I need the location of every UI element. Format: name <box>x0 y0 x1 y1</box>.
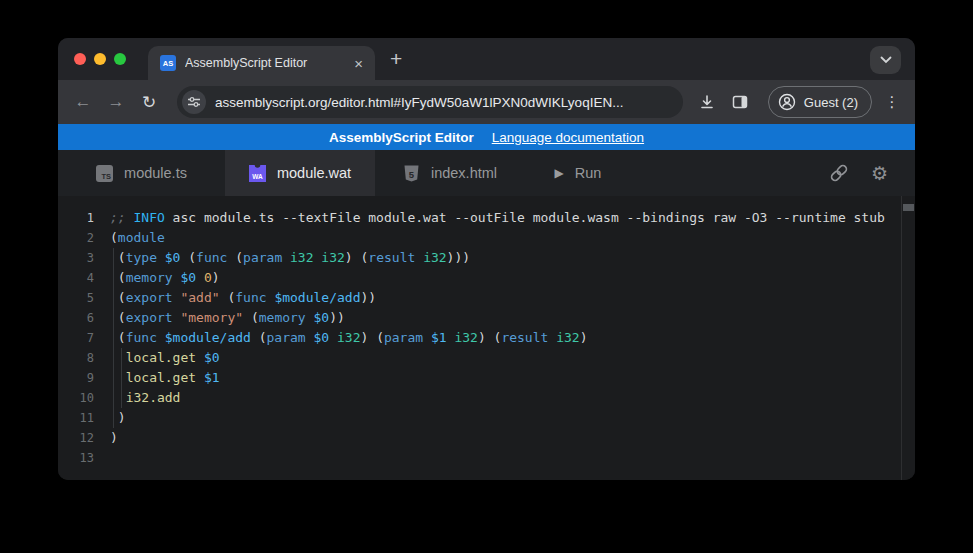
settings-gear-icon[interactable]: ⚙ <box>871 164 888 183</box>
back-icon[interactable]: ← <box>70 92 96 112</box>
code-text: ) <box>110 428 118 448</box>
line-number: 6 <box>58 308 94 328</box>
browser-tab-strip: AS AssemblyScript Editor × + <box>58 38 915 80</box>
line-number: 11 <box>58 408 94 428</box>
editor-tab-label: module.ts <box>124 165 187 181</box>
desktop-background: AS AssemblyScript Editor × + ← → ↻ <box>0 0 973 553</box>
line-number: 2 <box>58 228 94 248</box>
download-icon[interactable] <box>698 93 724 111</box>
url-text: assemblyscript.org/editor.html#IyFydW50a… <box>215 95 623 110</box>
line-number: 7 <box>58 328 94 348</box>
forward-icon[interactable]: → <box>103 92 129 112</box>
line-number: 1 <box>58 208 94 228</box>
window-controls <box>74 53 126 65</box>
tab-close-icon[interactable]: × <box>352 54 365 73</box>
line-number: 4 <box>58 268 94 288</box>
line-number: 8 <box>58 348 94 368</box>
profile-button[interactable]: Guest (2) <box>768 86 872 118</box>
run-button[interactable]: ▶ Run <box>525 150 631 196</box>
editor-tab-module-wat[interactable]: WA module.wat <box>225 150 375 196</box>
code-line[interactable]: 3 (type $0 (func (param i32 i32) (result… <box>58 248 915 268</box>
banner-title: AssemblyScript Editor <box>329 130 474 145</box>
run-label: Run <box>575 165 602 181</box>
code-line[interactable]: 13 <box>58 448 915 468</box>
chevron-down-icon <box>880 56 892 64</box>
person-icon <box>778 93 796 111</box>
indent-guide <box>121 348 122 408</box>
browser-tab-title: AssemblyScript Editor <box>185 56 352 70</box>
browser-menu-icon[interactable]: ⋮ <box>883 93 901 111</box>
code-text: (export "memory" (memory $0)) <box>110 308 345 328</box>
language-documentation-link[interactable]: Language documentation <box>492 130 644 145</box>
profile-label: Guest (2) <box>804 95 858 110</box>
line-number: 13 <box>58 448 94 468</box>
line-number: 5 <box>58 288 94 308</box>
code-line[interactable]: 11 ) <box>58 408 915 428</box>
assemblyscript-favicon-icon: AS <box>160 55 176 71</box>
code-line[interactable]: 4 (memory $0 0) <box>58 268 915 288</box>
new-tab-button[interactable]: + <box>390 48 402 70</box>
play-icon: ▶ <box>555 166 564 180</box>
browser-tab[interactable]: AS AssemblyScript Editor × <box>148 46 375 80</box>
editor-tab-module-ts[interactable]: TS module.ts <box>58 150 225 196</box>
editor-tab-label: module.wat <box>277 165 351 181</box>
scrollbar-thumb[interactable] <box>903 204 914 211</box>
line-number: 10 <box>58 388 94 408</box>
code-text: (func $module/add (param $0 i32) (param … <box>110 328 588 348</box>
zoom-window-button[interactable] <box>114 53 126 65</box>
code-text: local.get $1 <box>110 368 220 388</box>
html5-file-icon: 5 <box>403 165 420 182</box>
indent-guide <box>113 248 114 428</box>
share-link-icon[interactable] <box>828 162 850 184</box>
line-number: 3 <box>58 248 94 268</box>
webassembly-file-icon: WA <box>249 165 266 182</box>
close-window-button[interactable] <box>74 53 86 65</box>
typescript-file-icon: TS <box>96 165 113 182</box>
code-text: (memory $0 0) <box>110 268 220 288</box>
code-line[interactable]: 6 (export "memory" (memory $0)) <box>58 308 915 328</box>
browser-window: AS AssemblyScript Editor × + ← → ↻ <box>58 38 915 480</box>
site-banner: AssemblyScript Editor Language documenta… <box>58 124 915 150</box>
code-line[interactable]: 7 (func $module/add (param $0 i32) (para… <box>58 328 915 348</box>
editor-tab-label: index.html <box>431 165 497 181</box>
code-lines: 1;; INFO asc module.ts --textFile module… <box>58 196 915 468</box>
code-line[interactable]: 12) <box>58 428 915 448</box>
code-text: local.get $0 <box>110 348 220 368</box>
minimize-window-button[interactable] <box>94 53 106 65</box>
code-line[interactable]: 9 local.get $1 <box>58 368 915 388</box>
reload-icon[interactable]: ↻ <box>136 92 162 113</box>
svg-text:WA: WA <box>252 173 263 180</box>
code-text: (export "add" (func $module/add)) <box>110 288 376 308</box>
code-text: (module <box>110 228 165 248</box>
line-number: 12 <box>58 428 94 448</box>
code-line[interactable]: 5 (export "add" (func $module/add)) <box>58 288 915 308</box>
code-line[interactable]: 10 i32.add <box>58 388 915 408</box>
site-settings-icon[interactable] <box>182 90 206 114</box>
editor-tab-bar: TS module.ts WA module.wat 5 index.html … <box>58 150 915 196</box>
browser-toolbar: ← → ↻ assemblyscript.org/editor.html#IyF… <box>58 80 915 124</box>
editor-tab-index-html[interactable]: 5 index.html <box>375 150 525 196</box>
editor-scrollbar[interactable] <box>901 196 915 480</box>
line-number: 9 <box>58 368 94 388</box>
code-line[interactable]: 8 local.get $0 <box>58 348 915 368</box>
code-text: ;; INFO asc module.ts --textFile module.… <box>110 208 885 228</box>
side-panel-icon[interactable] <box>731 93 757 111</box>
code-text: (type $0 (func (param i32 i32) (result i… <box>110 248 470 268</box>
code-line[interactable]: 2(module <box>58 228 915 248</box>
code-line[interactable]: 1;; INFO asc module.ts --textFile module… <box>58 208 915 228</box>
address-bar[interactable]: assemblyscript.org/editor.html#IyFydW50a… <box>177 86 683 118</box>
svg-text:5: 5 <box>409 168 415 179</box>
code-editor[interactable]: 1;; INFO asc module.ts --textFile module… <box>58 196 915 480</box>
tab-search-button[interactable] <box>870 46 901 74</box>
